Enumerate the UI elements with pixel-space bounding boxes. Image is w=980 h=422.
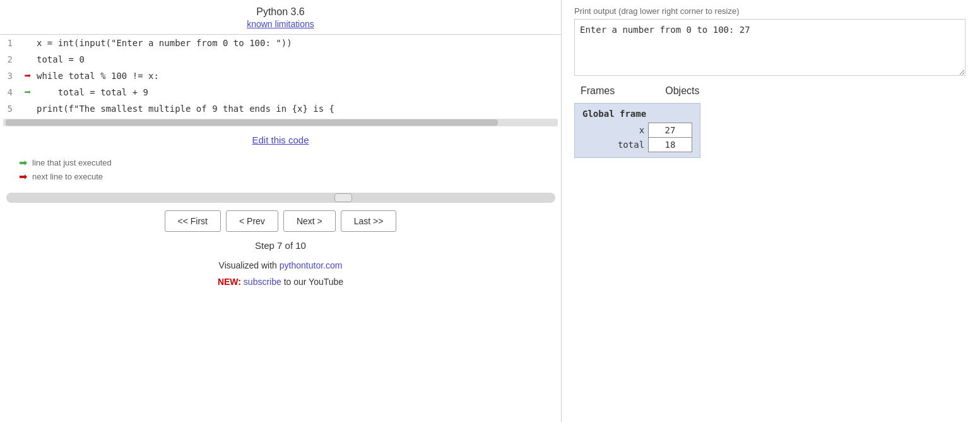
frames-label: Frames [581,85,615,97]
python-title: Python 3.6 [256,6,305,18]
slider-thumb[interactable] [334,193,352,202]
print-output-box[interactable]: Enter a number from 0 to 100: 27 [574,19,965,76]
legend-red-arrow-icon: ➡ [19,171,27,183]
main-container: Python 3.6 known limitations 1 x = int(i… [0,0,980,422]
legend-green-arrow-icon: ➡ [19,157,27,169]
buttons-row: << First < Prev Next > Last >> [165,210,397,232]
code-scrollbar-row [0,117,561,128]
line-number-4: 4 [0,87,19,97]
edit-code-link[interactable]: Edit this code [252,135,309,145]
subscribe-link[interactable]: subscribe [244,277,281,287]
global-frame-title: Global frame [582,109,692,119]
new-label: NEW: [218,277,241,287]
legend-red-label: next line to execute [32,172,103,181]
slider-track[interactable] [6,193,555,203]
frame-var-name: x [582,123,649,138]
right-panel: Print output (drag lower right corner to… [562,0,980,422]
new-row: NEW: subscribe to our YouTube [211,274,350,290]
global-frame-box: Global frame x 27 total 18 [574,103,700,158]
frame-row: x 27 [582,123,692,138]
arrow-col-4: ➡ [19,87,37,98]
code-line-1: 1 x = int(input("Enter a number from 0 t… [0,35,561,51]
last-button[interactable]: Last >> [341,210,397,232]
line-number-5: 5 [0,104,19,114]
code-area: 1 x = int(input("Enter a number from 0 t… [0,35,561,117]
step-info: Step 7 of 10 [255,240,306,251]
legend-green: ➡ line that just executed [19,157,542,169]
green-arrow-icon: ➡ [25,87,32,98]
visualized-text: Visualized with [219,260,277,270]
slider-row [6,193,555,203]
code-text-5: print(f"The smallest multiple of 9 that … [37,104,334,114]
pythontutor-link[interactable]: pythontutor.com [280,260,343,270]
code-text-2: total = 0 [37,54,85,64]
legend-green-label: line that just executed [32,158,112,167]
code-text-4: total = total + 9 [37,87,148,97]
code-scrollbar-track[interactable] [3,119,558,126]
line-number-3: 3 [0,71,19,81]
code-line-2: 2 total = 0 [0,51,561,68]
frame-row: total 18 [582,138,692,152]
frame-var-value: 27 [649,123,692,138]
print-output-label: Print output (drag lower right corner to… [574,6,967,16]
objects-label: Objects [665,85,699,97]
first-button[interactable]: << First [165,210,221,232]
arrow-col-3: ➡ [19,70,37,81]
left-panel: Python 3.6 known limitations 1 x = int(i… [0,0,562,422]
prev-button[interactable]: < Prev [226,210,278,232]
red-arrow-icon: ➡ [25,70,32,81]
legend-red: ➡ next line to execute [19,171,542,183]
code-line-5: 5 print(f"The smallest multiple of 9 tha… [0,100,561,117]
code-text-1: x = int(input("Enter a number from 0 to … [37,38,292,48]
known-limitations-link[interactable]: known limitations [247,19,314,29]
frame-var-value: 18 [649,138,692,152]
frames-objects-header: Frames Objects [574,85,967,97]
code-scrollbar-thumb[interactable] [6,119,498,126]
code-text-3: while total % 100 != x: [37,71,159,81]
visualized-row: Visualized with pythontutor.com [213,257,349,274]
code-line-4: 4 ➡ total = total + 9 [0,84,561,100]
legend-area: ➡ line that just executed ➡ next line to… [0,152,561,188]
subscribe-text: to our YouTube [284,277,343,287]
frame-table: x 27 total 18 [582,123,692,152]
frame-var-name: total [582,138,649,152]
code-line-3: 3 ➡ while total % 100 != x: [0,68,561,84]
next-button[interactable]: Next > [283,210,336,232]
line-number-2: 2 [0,54,19,64]
line-number-1: 1 [0,38,19,48]
